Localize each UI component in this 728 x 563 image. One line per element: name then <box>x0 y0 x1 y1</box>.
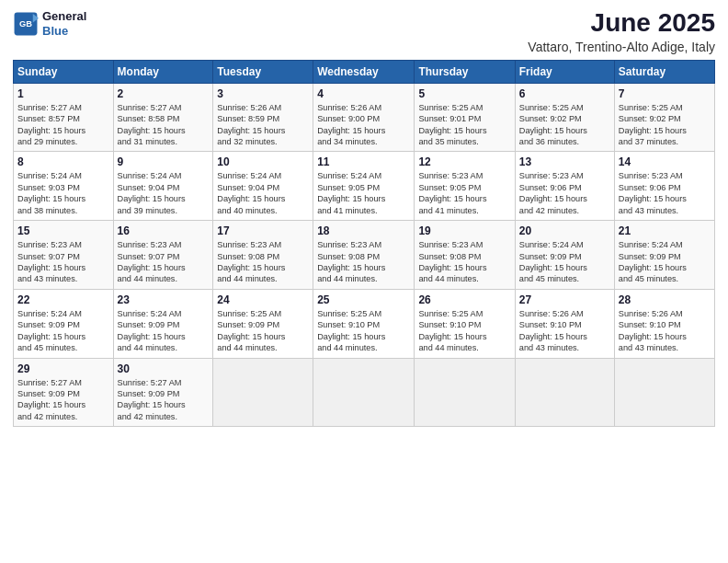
table-row: 22Sunrise: 5:24 AMSunset: 9:09 PMDayligh… <box>14 289 715 358</box>
col-sunday: Sunday <box>14 60 114 83</box>
day-number: 15 <box>17 224 109 237</box>
day-cell: 13Sunrise: 5:23 AMSunset: 9:06 PMDayligh… <box>515 152 614 221</box>
day-info: Sunrise: 5:24 AMSunset: 9:05 PMDaylight:… <box>317 170 410 216</box>
day-number: 2 <box>118 87 210 100</box>
day-number: 18 <box>317 224 410 237</box>
day-cell: 18Sunrise: 5:23 AMSunset: 9:08 PMDayligh… <box>313 221 415 290</box>
day-number: 10 <box>217 155 309 168</box>
main-title: June 2025 <box>528 9 715 38</box>
day-cell: 27Sunrise: 5:26 AMSunset: 9:10 PMDayligh… <box>515 289 614 358</box>
day-info: Sunrise: 5:24 AMSunset: 9:09 PMDaylight:… <box>619 239 711 285</box>
day-cell: 4Sunrise: 5:26 AMSunset: 9:00 PMDaylight… <box>313 83 415 152</box>
day-number: 27 <box>519 293 610 306</box>
day-info: Sunrise: 5:25 AMSunset: 9:10 PMDaylight:… <box>317 308 410 354</box>
logo-line1: General <box>42 9 86 24</box>
day-cell <box>415 358 515 427</box>
day-cell: 24Sunrise: 5:25 AMSunset: 9:09 PMDayligh… <box>213 289 313 358</box>
day-cell: 29Sunrise: 5:27 AMSunset: 9:09 PMDayligh… <box>14 358 114 427</box>
day-number: 19 <box>418 224 510 237</box>
day-info: Sunrise: 5:23 AMSunset: 9:07 PMDaylight:… <box>17 239 109 285</box>
header: GB General Blue June 2025 Vattaro, Trent… <box>13 9 715 54</box>
day-info: Sunrise: 5:23 AMSunset: 9:05 PMDaylight:… <box>418 170 510 216</box>
col-thursday: Thursday <box>415 60 515 83</box>
day-number: 25 <box>317 293 410 306</box>
day-cell: 28Sunrise: 5:26 AMSunset: 9:10 PMDayligh… <box>614 289 714 358</box>
day-cell: 17Sunrise: 5:23 AMSunset: 9:08 PMDayligh… <box>213 221 313 290</box>
day-info: Sunrise: 5:23 AMSunset: 9:08 PMDaylight:… <box>418 239 510 285</box>
col-saturday: Saturday <box>614 60 714 83</box>
day-cell <box>213 358 313 427</box>
day-info: Sunrise: 5:23 AMSunset: 9:08 PMDaylight:… <box>317 239 410 285</box>
day-info: Sunrise: 5:23 AMSunset: 9:06 PMDaylight:… <box>519 170 610 216</box>
table-row: 8Sunrise: 5:24 AMSunset: 9:03 PMDaylight… <box>14 152 715 221</box>
calendar-table: Sunday Monday Tuesday Wednesday Thursday… <box>13 60 715 427</box>
table-row: 29Sunrise: 5:27 AMSunset: 9:09 PMDayligh… <box>14 358 715 427</box>
day-number: 17 <box>217 224 309 237</box>
day-cell: 1Sunrise: 5:27 AMSunset: 8:57 PMDaylight… <box>14 83 114 152</box>
svg-text:GB: GB <box>19 19 32 29</box>
day-info: Sunrise: 5:27 AMSunset: 8:58 PMDaylight:… <box>118 102 210 148</box>
day-cell <box>614 358 714 427</box>
day-info: Sunrise: 5:25 AMSunset: 9:09 PMDaylight:… <box>217 308 309 354</box>
day-number: 11 <box>317 155 410 168</box>
day-info: Sunrise: 5:24 AMSunset: 9:09 PMDaylight:… <box>17 308 109 354</box>
day-cell: 6Sunrise: 5:25 AMSunset: 9:02 PMDaylight… <box>515 83 614 152</box>
day-cell: 26Sunrise: 5:25 AMSunset: 9:10 PMDayligh… <box>415 289 515 358</box>
col-monday: Monday <box>113 60 213 83</box>
day-cell: 25Sunrise: 5:25 AMSunset: 9:10 PMDayligh… <box>313 289 415 358</box>
day-cell: 14Sunrise: 5:23 AMSunset: 9:06 PMDayligh… <box>614 152 714 221</box>
table-row: 1Sunrise: 5:27 AMSunset: 8:57 PMDaylight… <box>14 83 715 152</box>
day-number: 16 <box>118 224 210 237</box>
day-cell: 30Sunrise: 5:27 AMSunset: 9:09 PMDayligh… <box>113 358 213 427</box>
day-info: Sunrise: 5:24 AMSunset: 9:09 PMDaylight:… <box>519 239 610 285</box>
day-info: Sunrise: 5:26 AMSunset: 9:00 PMDaylight:… <box>317 102 410 148</box>
subtitle: Vattaro, Trentino-Alto Adige, Italy <box>528 40 715 54</box>
col-tuesday: Tuesday <box>213 60 313 83</box>
col-wednesday: Wednesday <box>313 60 415 83</box>
day-info: Sunrise: 5:24 AMSunset: 9:04 PMDaylight:… <box>118 170 210 216</box>
day-info: Sunrise: 5:27 AMSunset: 8:57 PMDaylight:… <box>17 102 109 148</box>
day-cell: 3Sunrise: 5:26 AMSunset: 8:59 PMDaylight… <box>213 83 313 152</box>
day-info: Sunrise: 5:27 AMSunset: 9:09 PMDaylight:… <box>17 377 109 423</box>
day-number: 5 <box>418 87 510 100</box>
calendar-body: 1Sunrise: 5:27 AMSunset: 8:57 PMDaylight… <box>14 83 715 426</box>
day-cell: 22Sunrise: 5:24 AMSunset: 9:09 PMDayligh… <box>14 289 114 358</box>
day-cell: 8Sunrise: 5:24 AMSunset: 9:03 PMDaylight… <box>14 152 114 221</box>
day-info: Sunrise: 5:25 AMSunset: 9:01 PMDaylight:… <box>418 102 510 148</box>
day-info: Sunrise: 5:23 AMSunset: 9:07 PMDaylight:… <box>118 239 210 285</box>
day-cell <box>515 358 614 427</box>
day-number: 12 <box>418 155 510 168</box>
table-row: 15Sunrise: 5:23 AMSunset: 9:07 PMDayligh… <box>14 221 715 290</box>
day-cell: 7Sunrise: 5:25 AMSunset: 9:02 PMDaylight… <box>614 83 714 152</box>
day-cell <box>313 358 415 427</box>
day-number: 23 <box>118 293 210 306</box>
day-number: 9 <box>118 155 210 168</box>
day-info: Sunrise: 5:25 AMSunset: 9:02 PMDaylight:… <box>619 102 711 148</box>
day-number: 6 <box>519 87 610 100</box>
day-number: 7 <box>619 87 711 100</box>
day-info: Sunrise: 5:26 AMSunset: 9:10 PMDaylight:… <box>619 308 711 354</box>
title-block: June 2025 Vattaro, Trentino-Alto Adige, … <box>528 9 715 54</box>
page-container: GB General Blue June 2025 Vattaro, Trent… <box>0 0 728 436</box>
day-cell: 2Sunrise: 5:27 AMSunset: 8:58 PMDaylight… <box>113 83 213 152</box>
day-number: 3 <box>217 87 309 100</box>
day-number: 4 <box>317 87 410 100</box>
day-number: 8 <box>17 155 109 168</box>
col-friday: Friday <box>515 60 614 83</box>
logo: GB General Blue <box>13 9 86 38</box>
day-number: 28 <box>619 293 711 306</box>
day-number: 21 <box>619 224 711 237</box>
day-number: 22 <box>17 293 109 306</box>
day-info: Sunrise: 5:26 AMSunset: 8:59 PMDaylight:… <box>217 102 309 148</box>
day-info: Sunrise: 5:26 AMSunset: 9:10 PMDaylight:… <box>519 308 610 354</box>
day-number: 1 <box>17 87 109 100</box>
day-cell: 16Sunrise: 5:23 AMSunset: 9:07 PMDayligh… <box>113 221 213 290</box>
day-number: 14 <box>619 155 711 168</box>
day-number: 30 <box>118 362 210 375</box>
day-cell: 10Sunrise: 5:24 AMSunset: 9:04 PMDayligh… <box>213 152 313 221</box>
calendar-header: Sunday Monday Tuesday Wednesday Thursday… <box>14 60 715 83</box>
day-cell: 19Sunrise: 5:23 AMSunset: 9:08 PMDayligh… <box>415 221 515 290</box>
day-info: Sunrise: 5:27 AMSunset: 9:09 PMDaylight:… <box>118 377 210 423</box>
day-cell: 5Sunrise: 5:25 AMSunset: 9:01 PMDaylight… <box>415 83 515 152</box>
day-number: 13 <box>519 155 610 168</box>
